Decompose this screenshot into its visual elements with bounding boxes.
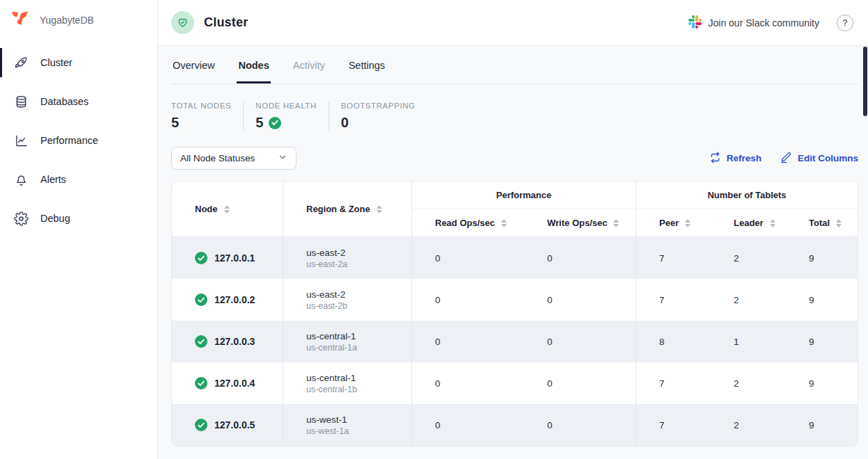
chart-icon: [13, 133, 29, 148]
column-header-read-ops[interactable]: Read Ops/sec: [411, 209, 524, 236]
tab-nodes[interactable]: Nodes: [237, 46, 270, 83]
column-header-total[interactable]: Total: [786, 209, 858, 236]
column-group-performance: Performance: [411, 182, 636, 209]
zone-name: us-west-1a: [306, 426, 349, 436]
yugabytedb-logo-icon: [9, 8, 31, 33]
zone-name: us-central-1b: [306, 385, 357, 394]
total-tablets-value: 9: [786, 362, 858, 404]
sidebar-item-performance[interactable]: Performance: [0, 124, 157, 157]
write-ops-value: 0: [524, 321, 636, 362]
column-header-node[interactable]: Node: [172, 182, 283, 236]
sidebar-item-label: Cluster: [40, 57, 72, 68]
refresh-icon: [709, 152, 721, 166]
node-address: 127.0.0.1: [214, 252, 255, 264]
region-name: us-east-2: [306, 289, 345, 300]
nodes-table: Node Region & Zone Performance Number of…: [171, 181, 858, 446]
tab-activity[interactable]: Activity: [292, 46, 326, 83]
brand-name: YugabyteDB: [40, 15, 94, 26]
sort-icon: [685, 219, 691, 227]
peer-tablets-value: 8: [636, 321, 711, 362]
stat-bootstrapping: BOOTSTRAPPING 0: [329, 102, 427, 131]
sidebar-item-label: Performance: [40, 135, 98, 146]
bell-icon: [13, 172, 29, 187]
table-toolbar: All Node Statuses: [171, 147, 858, 170]
stat-label: NODE HEALTH: [255, 102, 317, 110]
write-ops-value: 0: [524, 237, 636, 279]
stat-label: BOOTSTRAPPING: [341, 102, 416, 110]
help-icon[interactable]: ?: [837, 15, 853, 31]
zone-name: us-east-2b: [306, 301, 347, 311]
stats-row: TOTAL NODES 5 NODE HEALTH 5 BOOTSTRAPPIN…: [171, 102, 858, 131]
vertical-scrollbar[interactable]: [863, 47, 867, 116]
table-row[interactable]: 127.0.0.3 us-central-1 us-central-1a 0 0…: [172, 321, 858, 362]
total-tablets-value: 9: [786, 279, 858, 321]
node-healthy-icon: [195, 335, 207, 348]
table-row[interactable]: 127.0.0.2 us-east-2 us-east-2b 0 0 7 2 9: [172, 279, 858, 321]
sidebar-item-label: Databases: [40, 96, 88, 107]
sidebar-item-cluster[interactable]: Cluster: [0, 46, 157, 79]
sort-icon: [377, 205, 382, 214]
page-title: Cluster: [204, 15, 248, 30]
database-icon: [13, 94, 29, 109]
table-row[interactable]: 127.0.0.5 us-west-1 us-west-1a 0 0 7 2 9: [172, 404, 858, 446]
node-healthy-icon: [195, 377, 207, 389]
stat-value: 5: [171, 115, 231, 131]
column-header-write-ops[interactable]: Write Ops/sec: [524, 209, 636, 236]
node-address: 127.0.0.3: [214, 336, 255, 347]
sort-icon: [836, 219, 842, 227]
read-ops-value: 0: [411, 237, 524, 279]
slack-community-link[interactable]: Join our Slack community: [688, 15, 819, 31]
column-header-leader[interactable]: Leader: [711, 209, 786, 236]
brand: YugabyteDB: [0, 0, 157, 40]
leader-tablets-value: 2: [711, 237, 786, 279]
heart-check-icon: [171, 11, 194, 34]
sort-icon: [770, 219, 775, 227]
sidebar-item-debug[interactable]: Debug: [0, 202, 157, 235]
gear-icon: [13, 211, 29, 226]
node-address: 127.0.0.2: [214, 294, 255, 305]
peer-tablets-value: 7: [636, 404, 711, 446]
rocket-icon: [13, 55, 29, 70]
node-address: 127.0.0.5: [214, 419, 255, 430]
stat-node-health: NODE HEALTH 5: [243, 102, 329, 131]
tab-settings[interactable]: Settings: [347, 46, 386, 83]
total-tablets-value: 9: [786, 321, 858, 362]
stat-value: 0: [341, 115, 416, 131]
refresh-button[interactable]: Refresh: [709, 152, 762, 166]
table-row[interactable]: 127.0.0.4 us-central-1 us-central-1b 0 0…: [172, 362, 858, 404]
column-header-peer[interactable]: Peer: [636, 209, 711, 236]
leader-tablets-value: 2: [711, 362, 786, 404]
tab-bar: Overview Nodes Activity Settings: [171, 46, 858, 84]
stat-value: 5: [255, 115, 263, 131]
peer-tablets-value: 7: [636, 279, 711, 321]
column-header-region-zone[interactable]: Region & Zone: [283, 182, 411, 236]
refresh-label: Refresh: [727, 153, 762, 163]
leader-tablets-value: 2: [711, 279, 786, 321]
region-name: us-central-1: [306, 373, 356, 383]
stat-label: TOTAL NODES: [171, 102, 231, 110]
node-healthy-icon: [195, 419, 207, 431]
chevron-down-icon: [278, 152, 287, 164]
write-ops-value: 0: [524, 404, 636, 446]
node-status-filter[interactable]: All Node Statuses: [171, 147, 297, 170]
tab-overview[interactable]: Overview: [171, 46, 216, 83]
sidebar-item-databases[interactable]: Databases: [0, 85, 157, 118]
read-ops-value: 0: [411, 404, 524, 446]
sidebar-item-alerts[interactable]: Alerts: [0, 163, 157, 196]
table-row[interactable]: 127.0.0.1 us-east-2 us-east-2a 0 0 7 2 9: [172, 237, 858, 279]
peer-tablets-value: 7: [636, 362, 711, 404]
node-healthy-icon: [195, 293, 207, 306]
edit-columns-button[interactable]: Edit Columns: [780, 151, 858, 166]
peer-tablets-value: 7: [636, 237, 711, 279]
sort-icon: [613, 219, 619, 227]
read-ops-value: 0: [411, 321, 524, 362]
check-circle-icon: [269, 117, 281, 129]
slack-icon: [688, 15, 702, 31]
leader-tablets-value: 2: [711, 404, 786, 446]
edit-columns-label: Edit Columns: [798, 153, 858, 163]
total-tablets-value: 9: [786, 237, 858, 279]
node-status-filter-value: All Node Statuses: [180, 153, 255, 163]
read-ops-value: 0: [411, 279, 524, 321]
node-address: 127.0.0.4: [214, 378, 255, 389]
sidebar-item-label: Alerts: [40, 174, 66, 185]
